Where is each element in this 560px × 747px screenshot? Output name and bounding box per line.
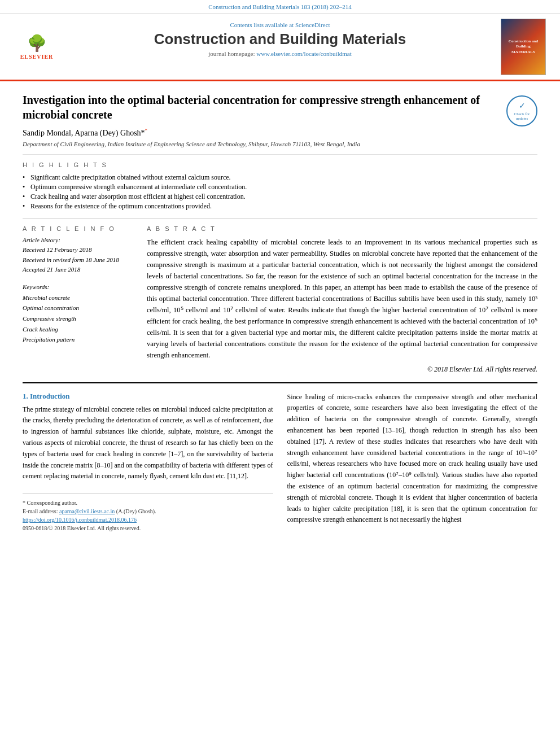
elsevier-logo: 🌳 ELSEVIER	[11, 34, 62, 60]
article-title-section: Investigation into the optimal bacterial…	[23, 93, 537, 155]
doi-link[interactable]: https://doi.org/10.1016/j.conbuildmat.20…	[23, 517, 137, 523]
keyword-4: Crack healing	[23, 326, 58, 333]
journal-cover: Construction and Building MATERIALS	[501, 19, 546, 75]
footer-email-link[interactable]: aparna@civil.iiests.ac.in	[59, 508, 115, 514]
journal-cover-text: Construction and Building MATERIALS	[504, 39, 542, 54]
journal-ref-bar: Construction and Building Materials 183 …	[0, 0, 560, 14]
homepage-link[interactable]: www.elsevier.com/locate/conbuildmat	[256, 50, 352, 57]
body-col-left: 1. Introduction The prime strategy of mi…	[23, 392, 273, 533]
abstract-label: A B S T R A C T	[147, 225, 537, 232]
footer-corresponding: * Corresponding author. E-mail address: …	[23, 499, 273, 516]
article-info-label: A R T I C L E I N F O	[23, 225, 135, 232]
check-icon: ✓	[519, 101, 526, 111]
keyword-1: Microbial concrete	[23, 294, 70, 301]
highlights-section: H I G H L I G H T S Significant calcite …	[23, 161, 537, 211]
keyword-5: Precipitation pattern	[23, 336, 75, 343]
highlight-item: Reasons for the existence of the optimum…	[23, 202, 537, 211]
sciencedirect-link: Contents lists available at ScienceDirec…	[79, 21, 481, 28]
article-footer: * Corresponding author. E-mail address: …	[23, 493, 273, 532]
email-label: E-mail address:	[23, 508, 58, 514]
body-col1-text: The prime strategy of microbial concrete…	[23, 404, 273, 483]
footer-doi-line: https://doi.org/10.1016/j.conbuildmat.20…	[23, 516, 273, 524]
section-divider	[23, 218, 537, 219]
body-divider	[23, 382, 537, 383]
journal-header: 🌳 ELSEVIER Contents lists available at S…	[0, 14, 560, 81]
article-title-text: Investigation into the optimal bacterial…	[23, 93, 498, 147]
sciencedirect-anchor[interactable]: ScienceDirect	[295, 21, 330, 28]
received-revised-date: Received in revised form 18 June 2018	[23, 255, 135, 265]
journal-cover-section: Construction and Building MATERIALS	[498, 19, 549, 75]
check-updates-badge: ✓ Check for updates	[506, 95, 537, 126]
highlight-item: Crack healing and water absorption most …	[23, 192, 537, 202]
abstract-text: The efficient crack healing capability o…	[147, 237, 537, 361]
article-info-col: A R T I C L E I N F O Article history: R…	[23, 225, 135, 374]
abstract-col: A B S T R A C T The efficient crack heal…	[147, 225, 537, 374]
two-col-info-abstract: A R T I C L E I N F O Article history: R…	[23, 225, 537, 374]
article-affiliation: Department of Civil Engineering, Indian …	[23, 141, 498, 147]
abstract-copyright: © 2018 Elsevier Ltd. All rights reserved…	[147, 365, 537, 374]
article-history: Article history: Received 12 February 20…	[23, 235, 135, 275]
body-two-col: 1. Introduction The prime strategy of mi…	[23, 392, 537, 533]
highlights-label: H I G H L I G H T S	[23, 161, 537, 168]
elsevier-logo-section: 🌳 ELSEVIER	[11, 19, 62, 75]
journal-ref-text: Construction and Building Materials 183 …	[208, 3, 352, 10]
article-content: Investigation into the optimal bacterial…	[0, 81, 560, 544]
journal-title: Construction and Building Materials	[79, 30, 481, 48]
body-col-right: Since healing of micro-cracks enhances t…	[287, 392, 538, 533]
accepted-date: Accepted 21 June 2018	[23, 265, 135, 275]
keyword-3: Compressive strength	[23, 315, 76, 322]
check-updates-text: Check for updates	[514, 112, 530, 121]
keywords-section: Keywords: Microbial concrete Optimal con…	[23, 282, 135, 345]
journal-homepage: journal homepage: www.elsevier.com/locat…	[79, 50, 481, 57]
footer-issn: 0950-0618/© 2018 Elsevier Ltd. All right…	[23, 524, 273, 532]
body-col2-text: Since healing of micro-cracks enhances t…	[287, 392, 538, 526]
keywords-label: Keywords: Microbial concrete Optimal con…	[23, 282, 135, 345]
article-authors: Sandip Mondal, Aparna (Dey) Ghosh**	[23, 128, 498, 138]
elsevier-brand: ELSEVIER	[20, 54, 54, 60]
history-label: Article history:	[23, 235, 135, 246]
highlights-list: Significant calcite precipitation obtain…	[23, 173, 537, 211]
highlight-item: Optimum compressive strength enhancement…	[23, 182, 537, 192]
section1-heading: 1. Introduction	[23, 392, 273, 401]
footer-email-name: (A.(Dey) Ghosh).	[116, 508, 156, 514]
received-date: Received 12 February 2018	[23, 245, 135, 255]
keyword-2: Optimal concentration	[23, 304, 79, 311]
tree-icon: 🌳	[27, 34, 47, 53]
article-title: Investigation into the optimal bacterial…	[23, 93, 498, 122]
highlight-item: Significant calcite precipitation obtain…	[23, 173, 537, 182]
journal-header-center: Contents lists available at ScienceDirec…	[68, 19, 492, 75]
